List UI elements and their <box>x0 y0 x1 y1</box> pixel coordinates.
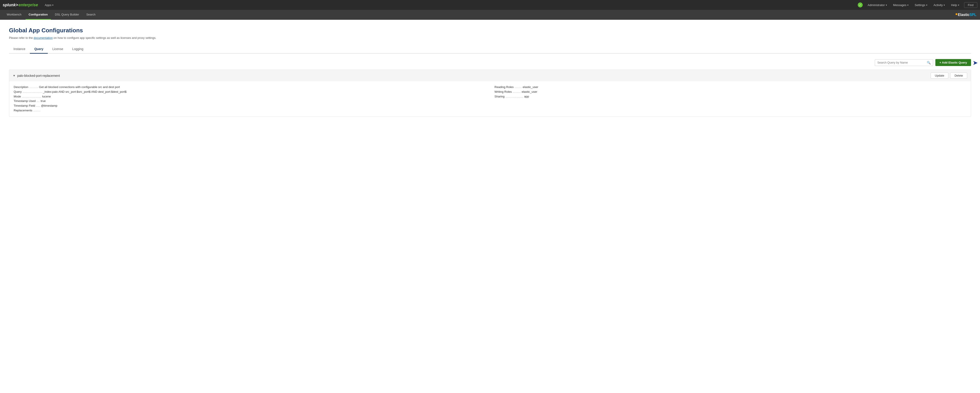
query-header-actions: Update Delete <box>931 72 967 78</box>
tab-license[interactable]: License <box>48 45 67 54</box>
splunk-logo: splunk> enterprise <box>3 3 38 7</box>
query-name: palo-blocked-port-replacement <box>17 74 60 77</box>
query-details: Description ........... Get all blocked … <box>9 81 971 117</box>
detail-label-query: Query <box>14 89 22 94</box>
administrator-menu[interactable]: Administrator ▾ <box>866 2 888 8</box>
settings-menu[interactable]: Settings ▾ <box>913 2 929 8</box>
detail-dots-description: ........... <box>29 85 38 89</box>
detail-value-mode: lucene <box>42 94 51 99</box>
detail-label-mode: Mode <box>14 94 21 99</box>
detail-value-timestamp-field: @timestamp <box>41 104 57 108</box>
delete-button[interactable]: Delete <box>950 72 967 78</box>
detail-writing-roles: Writing Roles .......... elastic_user <box>495 89 967 94</box>
tab-instance[interactable]: Instance <box>9 45 30 54</box>
detail-dots-reading-roles: ......... <box>515 85 522 89</box>
search-query-input[interactable] <box>877 61 927 64</box>
detail-value-sharing: app <box>524 94 529 99</box>
detail-dots-timestamp-field: ..... <box>36 104 40 108</box>
detail-label-replacements: Replacements <box>14 108 32 113</box>
configuration-tabs: Instance Query License Logging <box>9 45 971 54</box>
help-label: Help <box>951 3 957 7</box>
nav-configuration[interactable]: Configuration <box>25 10 51 20</box>
tab-query[interactable]: Query <box>30 45 48 54</box>
arrow-indicator-icon: ➤ <box>973 59 978 66</box>
description-suffix: on how to configure app specific setting… <box>54 36 156 40</box>
detail-dots-writing-roles: .......... <box>513 89 521 94</box>
detail-dots-query: ........................ <box>22 89 42 94</box>
find-button[interactable]: Find <box>964 2 977 8</box>
page-description: Please refer to the documentation on how… <box>9 36 971 40</box>
detail-value-query: _index:palo AND src_port:$src_port$ AND … <box>43 89 127 94</box>
detail-description: Description ........... Get all blocked … <box>14 85 486 89</box>
detail-dots-mode: ........................ <box>22 94 41 99</box>
detail-label-sharing: Sharing <box>495 94 505 99</box>
detail-dots-sharing: ...................... <box>505 94 523 99</box>
activity-label: Activity <box>934 3 943 7</box>
query-toolbar: 🔍 + Add Elastic Query ➤ <box>9 59 971 66</box>
update-button[interactable]: Update <box>931 72 948 78</box>
query-header-left: ▼ palo-blocked-port-replacement <box>13 74 60 77</box>
status-icon: ✓ <box>858 2 863 7</box>
detail-replacements: Replacements ......... <box>14 108 486 113</box>
apps-menu[interactable]: Apps ▾ <box>43 2 55 8</box>
query-list: ▼ palo-blocked-port-replacement Update D… <box>9 70 971 117</box>
activity-chevron-icon: ▾ <box>943 4 945 6</box>
search-icon: 🔍 <box>927 61 931 64</box>
detail-value-writing-roles: elastic_user <box>522 89 537 94</box>
help-chevron-icon: ▾ <box>958 4 959 6</box>
settings-label: Settings <box>915 3 925 7</box>
detail-value-reading-roles: elastic_user <box>523 85 538 89</box>
detail-label-timestamp-used: Timestamp Used <box>14 99 36 104</box>
detail-label-timestamp-field: Timestamp Field <box>14 104 35 108</box>
detail-sharing: Sharing ...................... app <box>495 94 967 99</box>
nav-workbench[interactable]: Workbench <box>3 10 25 20</box>
administrator-label: Administrator <box>868 3 885 7</box>
detail-query: Query ........................ _index:pa… <box>14 89 486 94</box>
detail-timestamp-used: Timestamp Used .... true <box>14 99 486 104</box>
add-elastic-query-button[interactable]: + Add Elastic Query <box>935 59 971 66</box>
detail-label-reading-roles: Reading Roles <box>495 85 514 89</box>
detail-value-timestamp-used: true <box>41 99 46 104</box>
spl-brand: SPL <box>969 13 977 17</box>
elastic-brand: Elastic <box>958 13 969 17</box>
administrator-chevron-icon: ▾ <box>886 4 887 6</box>
elastic-spl-logo: Elastic SPL <box>956 13 977 17</box>
description-prefix: Please refer to the <box>9 36 33 40</box>
apps-label: Apps <box>45 3 52 7</box>
messages-label: Messages <box>893 3 907 7</box>
detail-timestamp-field: Timestamp Field ..... @timestamp <box>14 104 486 108</box>
nav-search[interactable]: Search <box>83 10 99 20</box>
detail-value-description: Get all blocked connections with configu… <box>39 85 120 89</box>
apps-chevron-icon: ▾ <box>52 4 53 6</box>
splunk-brand-text: splunk> <box>3 3 18 7</box>
detail-label-writing-roles: Writing Roles <box>495 89 512 94</box>
help-menu[interactable]: Help ▾ <box>950 2 961 8</box>
detail-label-description: Description <box>14 85 28 89</box>
enterprise-brand-text: enterprise <box>19 3 38 7</box>
messages-chevron-icon: ▾ <box>907 4 908 6</box>
query-row-header: ▼ palo-blocked-port-replacement Update D… <box>9 70 971 81</box>
elastic-dot-icon <box>956 13 957 15</box>
query-details-right: Reading Roles ......... elastic_user Wri… <box>495 85 967 113</box>
query-details-left: Description ........... Get all blocked … <box>14 85 486 113</box>
detail-dots-replacements: ......... <box>33 108 41 113</box>
sub-navigation: Workbench Configuration DSL Query Builde… <box>0 10 980 20</box>
activity-menu[interactable]: Activity ▾ <box>932 2 946 8</box>
search-box[interactable]: 🔍 <box>875 59 933 66</box>
settings-chevron-icon: ▾ <box>926 4 927 6</box>
tab-logging[interactable]: Logging <box>68 45 88 54</box>
page-title: Global App Configurations <box>9 27 971 34</box>
detail-reading-roles: Reading Roles ......... elastic_user <box>495 85 967 89</box>
messages-menu[interactable]: Messages ▾ <box>892 2 910 8</box>
main-content: Global App Configurations Please refer t… <box>0 20 980 124</box>
documentation-link[interactable]: documentation <box>33 36 53 40</box>
nav-dsl-query-builder[interactable]: DSL Query Builder <box>52 10 82 20</box>
top-navigation: splunk> enterprise Apps ▾ ✓ Administrato… <box>0 0 980 10</box>
detail-dots-timestamp-used: .... <box>37 99 40 104</box>
detail-mode: Mode ........................ lucene <box>14 94 486 99</box>
collapse-icon[interactable]: ▼ <box>13 74 16 77</box>
